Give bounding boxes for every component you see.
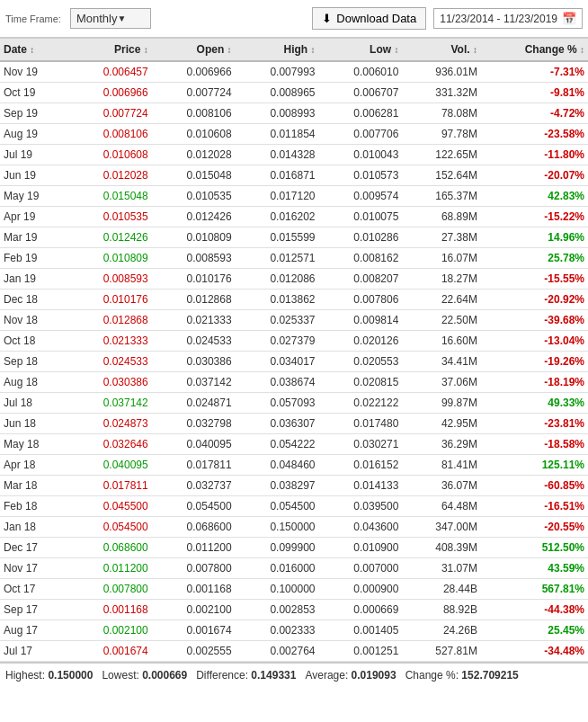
cell-change: -15.55% [481,269,588,290]
col-header-date[interactable]: Date ↕ [0,39,68,62]
cell-price: 0.015048 [68,186,152,207]
table-row: Sep 17 0.001168 0.002100 0.002853 0.0006… [0,600,588,620]
table-row: Mar 18 0.017811 0.032737 0.038297 0.0141… [0,476,588,496]
table-row: Aug 17 0.002100 0.001674 0.002333 0.0014… [0,620,588,641]
cell-open: 0.037142 [152,372,236,393]
cell-date: Dec 17 [0,538,68,558]
time-frame-select[interactable]: Monthly ▼ [70,8,151,29]
cell-high: 0.038674 [236,372,319,393]
footer-highest: Highest: 0.150000 [5,669,93,682]
footer-change: Change %: 152.709215 [405,669,519,682]
cell-price: 0.010176 [68,290,152,310]
cell-date: Jul 18 [0,393,68,414]
cell-price: 0.008593 [68,269,152,290]
cell-vol: 22.64M [402,290,481,310]
cell-high: 0.100000 [236,579,319,600]
cell-date: Aug 19 [0,124,68,145]
cell-vol: 331.32M [402,83,481,103]
cell-price: 0.021333 [68,331,152,352]
download-icon: ⬇ [322,12,332,25]
cell-change: -34.48% [481,641,588,662]
cell-date: Jun 18 [0,414,68,434]
cell-date: Nov 17 [0,558,68,579]
cell-price: 0.032646 [68,434,152,455]
table-row: Sep 18 0.024533 0.030386 0.034017 0.0205… [0,352,588,372]
cell-high: 0.027379 [236,331,319,352]
data-table: Date ↕ Price ↕ Open ↕ High ↕ Low ↕ Vol. … [0,38,588,662]
table-row: Nov 17 0.011200 0.007800 0.016000 0.0070… [0,558,588,579]
cell-date: Jun 19 [0,165,68,186]
cell-price: 0.007800 [68,579,152,600]
cell-high: 0.016202 [236,207,319,227]
cell-vol: 16.60M [402,331,481,352]
table-row: Dec 17 0.068600 0.011200 0.099900 0.0109… [0,538,588,558]
cell-price: 0.068600 [68,538,152,558]
cell-change: -13.04% [481,331,588,352]
cell-change: -4.72% [481,103,588,124]
cell-low: 0.020553 [319,352,403,372]
cell-open: 0.002555 [152,641,236,662]
cell-high: 0.038297 [236,476,319,496]
cell-date: Oct 17 [0,579,68,600]
cell-open: 0.010809 [152,227,236,248]
cell-change: -19.26% [481,352,588,372]
cell-change: -18.19% [481,372,588,393]
cell-low: 0.010286 [319,227,403,248]
col-header-low[interactable]: Low ↕ [319,39,403,62]
cell-vol: 408.39M [402,538,481,558]
sort-icon-low: ↕ [394,45,398,55]
cell-vol: 34.41M [402,352,481,372]
cell-date: Oct 19 [0,83,68,103]
cell-change: 43.59% [481,558,588,579]
table-row: Apr 18 0.040095 0.017811 0.048460 0.0161… [0,455,588,476]
footer-change-label: Change %: [405,669,459,682]
cell-high: 0.054222 [236,434,319,455]
cell-low: 0.017480 [319,414,403,434]
cell-change: -7.31% [481,61,588,83]
cell-low: 0.016152 [319,455,403,476]
cell-open: 0.054500 [152,496,236,517]
cell-price: 0.012868 [68,310,152,331]
cell-vol: 527.81M [402,641,481,662]
cell-price: 0.054500 [68,517,152,538]
cell-date: Sep 18 [0,352,68,372]
cell-vol: 36.07M [402,476,481,496]
cell-date: Nov 18 [0,310,68,331]
col-header-high[interactable]: High ↕ [236,39,319,62]
cell-price: 0.002100 [68,620,152,641]
col-header-change[interactable]: Change % ↕ [481,39,588,62]
footer-difference-label: Difference: [196,669,248,682]
cell-high: 0.054500 [236,496,319,517]
table-row: Jan 18 0.054500 0.068600 0.150000 0.0436… [0,517,588,538]
cell-vol: 18.27M [402,269,481,290]
cell-high: 0.048460 [236,455,319,476]
download-button[interactable]: ⬇ Download Data [312,7,426,30]
footer-highest-label: Highest: [5,669,45,682]
sort-icon-date: ↕ [30,45,34,55]
cell-change: -20.07% [481,165,588,186]
cell-change: -20.55% [481,517,588,538]
cell-vol: 97.78M [402,124,481,145]
cell-change: 49.33% [481,393,588,414]
cell-date: Mar 19 [0,227,68,248]
cell-open: 0.008106 [152,103,236,124]
cell-vol: 152.64M [402,165,481,186]
col-header-open[interactable]: Open ↕ [152,39,236,62]
cell-low: 0.039500 [319,496,403,517]
footer-lowest-label: Lowest: [102,669,138,682]
cell-open: 0.032737 [152,476,236,496]
cell-high: 0.012086 [236,269,319,290]
calendar-icon[interactable]: 📅 [562,12,576,25]
cell-high: 0.008965 [236,83,319,103]
sort-icon-price: ↕ [144,45,148,55]
col-header-price[interactable]: Price ↕ [68,39,152,62]
col-header-vol[interactable]: Vol. ↕ [402,39,481,62]
cell-high: 0.002764 [236,641,319,662]
cell-low: 0.022122 [319,393,403,414]
time-frame-label: Time Frame: [5,13,61,24]
cell-low: 0.000669 [319,600,403,620]
cell-change: 512.50% [481,538,588,558]
cell-high: 0.007993 [236,61,319,83]
cell-open: 0.032798 [152,414,236,434]
cell-change: 25.45% [481,620,588,641]
